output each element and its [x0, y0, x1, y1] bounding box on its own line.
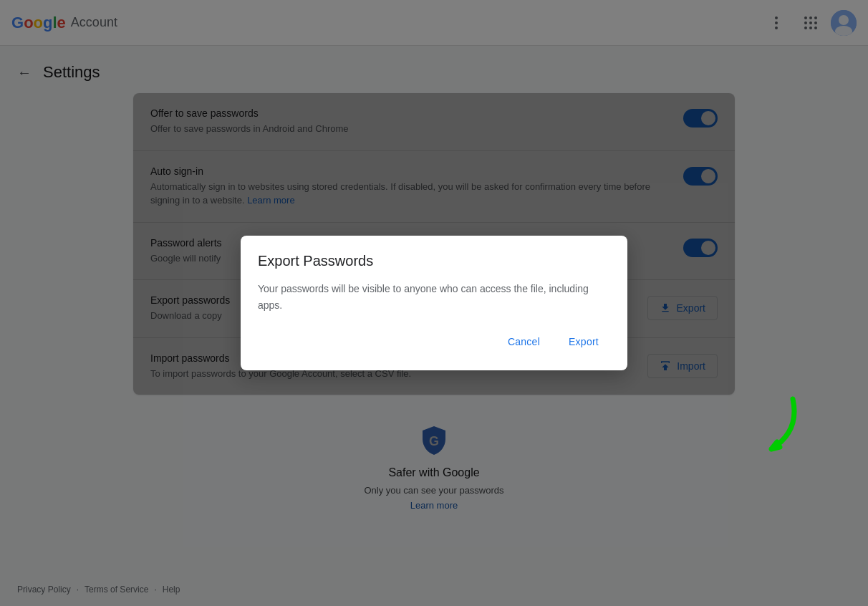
modal-overlay[interactable]: Export Passwords Your passwords will be … [0, 0, 868, 606]
dialog-body: Your passwords will be visible to anyone… [258, 281, 610, 313]
dialog-export-button[interactable]: Export [557, 330, 610, 353]
dialog-actions: Cancel Export [258, 330, 610, 353]
dialog-cancel-button[interactable]: Cancel [496, 330, 551, 353]
dialog-title: Export Passwords [258, 253, 610, 269]
export-passwords-dialog: Export Passwords Your passwords will be … [241, 236, 627, 370]
